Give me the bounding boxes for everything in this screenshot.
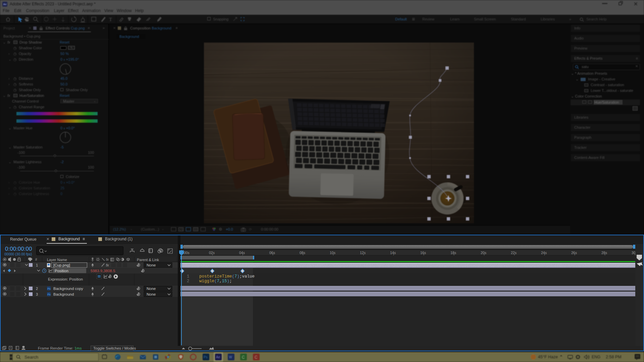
svg-text:C: C [255, 355, 258, 360]
svg-text:Ae: Ae [216, 355, 220, 359]
svg-text:Ps: Ps [204, 355, 208, 359]
svg-text:C: C [242, 355, 245, 360]
svg-text:W: W [229, 355, 232, 359]
